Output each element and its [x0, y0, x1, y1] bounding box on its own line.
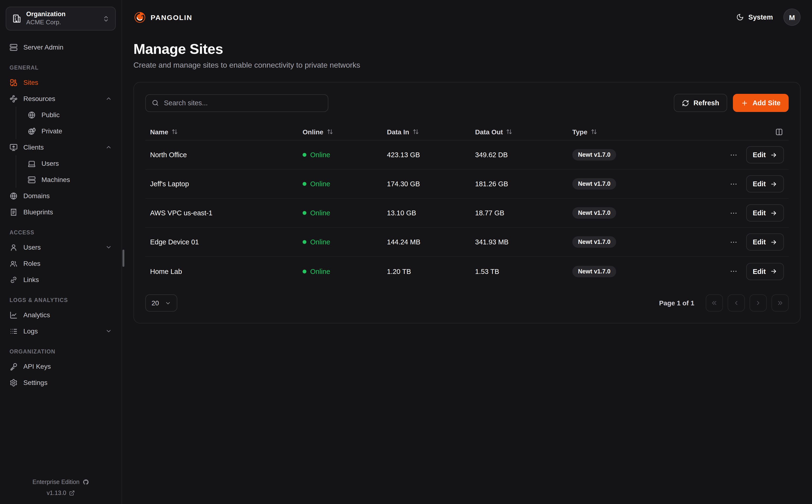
prev-page-button[interactable]: [728, 294, 745, 312]
add-site-label: Add Site: [752, 99, 781, 107]
last-page-button[interactable]: [771, 294, 789, 312]
page-label: Page 1 of 1: [659, 299, 694, 307]
refresh-button[interactable]: Refresh: [674, 94, 727, 112]
sidebar-item-analytics[interactable]: Analytics: [6, 307, 116, 323]
sidebar-item-machines[interactable]: Machines: [24, 171, 116, 188]
sites-card: Refresh Add Site Name Online: [133, 82, 801, 323]
column-header-data-out[interactable]: Data Out: [475, 128, 572, 136]
next-page-button[interactable]: [750, 294, 767, 312]
site-data-out: 1.53 TB: [475, 267, 572, 275]
theme-toggle[interactable]: System: [736, 13, 773, 21]
table-body: North Office Online 423.13 GB 349.62 DB …: [145, 141, 789, 286]
status-text: Online: [310, 180, 330, 188]
table-toolbar: Refresh Add Site: [145, 94, 789, 112]
section-logs-analytics: LOGS & ANALYTICS: [10, 297, 112, 303]
search-box: [145, 94, 328, 112]
sidebar-item-label: Links: [23, 276, 39, 283]
edit-button[interactable]: Edit: [746, 204, 784, 222]
type-badge: Newt v1.7.0: [572, 178, 616, 190]
pangolin-logo-icon: [133, 11, 146, 24]
column-header-type[interactable]: Type: [572, 128, 689, 136]
refresh-icon: [682, 99, 689, 106]
site-status: Online: [303, 180, 387, 188]
sort-icon: [591, 129, 597, 135]
sidebar-item-links[interactable]: Links: [6, 272, 116, 288]
row-menu-button[interactable]: [727, 207, 739, 219]
org-value: ACME Corp.: [26, 19, 98, 27]
refresh-label: Refresh: [693, 99, 719, 107]
row-menu-button[interactable]: [727, 149, 739, 161]
sidebar-item-users[interactable]: Users: [6, 239, 116, 255]
page-title: Manage Sites: [133, 41, 801, 57]
moon-icon: [736, 13, 744, 21]
first-page-button[interactable]: [706, 294, 723, 312]
external-link-icon[interactable]: [69, 490, 75, 496]
server-icon: [28, 176, 36, 184]
building-icon: [12, 14, 21, 23]
sidebar-item-server-admin[interactable]: Server Admin: [6, 39, 116, 55]
site-status: Online: [303, 238, 387, 246]
edit-label: Edit: [753, 180, 766, 188]
edit-label: Edit: [753, 151, 766, 159]
search-input[interactable]: [164, 99, 322, 107]
row-menu-button[interactable]: [727, 265, 739, 277]
section-access: ACCESS: [10, 230, 112, 235]
sidebar-item-sites[interactable]: Sites: [6, 74, 116, 91]
sidebar-item-roles[interactable]: Roles: [6, 255, 116, 272]
sidebar-item-domains[interactable]: Domains: [6, 188, 116, 204]
column-header-data-in[interactable]: Data In: [387, 128, 475, 136]
chevron-down-icon: [105, 244, 112, 251]
combine-icon: [10, 78, 18, 86]
sidebar-item-settings[interactable]: Settings: [6, 374, 116, 391]
sidebar-item-resources[interactable]: Resources: [6, 91, 116, 107]
sidebar-item-api-keys[interactable]: API Keys: [6, 358, 116, 374]
topbar: PANGOLIN System M: [133, 0, 801, 34]
arrow-right-icon: [770, 268, 777, 275]
column-label: Data Out: [475, 128, 503, 136]
column-header-name[interactable]: Name: [150, 128, 303, 136]
avatar[interactable]: M: [783, 9, 801, 26]
table-row: North Office Online 423.13 GB 349.62 DB …: [145, 141, 789, 170]
sidebar-item-clients[interactable]: Clients: [6, 139, 116, 155]
sidebar-item-blueprints[interactable]: Blueprints: [6, 204, 116, 220]
org-label: Organization: [26, 11, 98, 19]
org-switcher[interactable]: Organization ACME Corp.: [6, 7, 116, 30]
main-content: PANGOLIN System M Manage Sites Create an…: [122, 0, 812, 504]
users-icon: [10, 259, 18, 267]
edit-button[interactable]: Edit: [746, 233, 784, 251]
chevron-down-icon: [165, 300, 171, 306]
column-label: Type: [572, 128, 587, 136]
online-dot-icon: [303, 211, 306, 215]
edit-button[interactable]: Edit: [746, 146, 784, 163]
brand-name: PANGOLIN: [151, 13, 192, 21]
sidebar-item-private[interactable]: Private: [24, 123, 116, 139]
type-badge: Newt v1.7.0: [572, 266, 616, 277]
sidebar-item-label: Analytics: [23, 311, 50, 319]
column-toggle-button[interactable]: [774, 127, 784, 136]
page-subtitle: Create and manage sites to enable connec…: [133, 61, 801, 70]
github-icon[interactable]: [82, 479, 89, 486]
row-menu-button[interactable]: [727, 236, 739, 248]
edit-button[interactable]: Edit: [746, 175, 784, 192]
section-organization: ORGANIZATION: [10, 349, 112, 354]
site-status: Online: [303, 209, 387, 217]
add-site-button[interactable]: Add Site: [733, 94, 789, 112]
page-size-select[interactable]: 20: [145, 294, 177, 312]
version-label[interactable]: v1.13.0: [47, 488, 66, 498]
sidebar-item-logs[interactable]: Logs: [6, 323, 116, 339]
site-data-in: 144.24 MB: [387, 238, 475, 246]
sidebar-item-public[interactable]: Public: [24, 107, 116, 123]
column-label: Online: [303, 128, 323, 136]
globe-icon: [28, 111, 36, 119]
edit-label: Edit: [753, 267, 766, 275]
status-text: Online: [310, 151, 330, 159]
key-icon: [10, 362, 18, 370]
sidebar-item-label: Users: [41, 160, 59, 167]
type-badge: Newt v1.7.0: [572, 207, 616, 219]
brand[interactable]: PANGOLIN: [133, 11, 192, 24]
column-header-online[interactable]: Online: [303, 128, 387, 136]
row-menu-button[interactable]: [727, 178, 739, 190]
edit-button[interactable]: Edit: [746, 263, 784, 280]
sidebar-item-client-users[interactable]: Users: [24, 155, 116, 171]
sites-table: Name Online Data In Data Out: [145, 123, 789, 286]
